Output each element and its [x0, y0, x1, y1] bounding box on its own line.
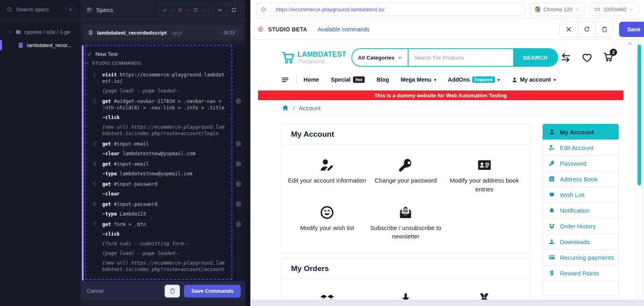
command-row[interactable]: -type Lambda123: [86, 211, 230, 217]
account-menu-item[interactable]: Edit Account: [543, 140, 619, 156]
compare-icon[interactable]: [560, 52, 571, 63]
command-row[interactable]: (new url) https://ecommerce-playground.l…: [86, 260, 230, 273]
save-commands-button[interactable]: Save Commands: [184, 285, 241, 298]
remove-command-button[interactable]: [235, 181, 242, 187]
menu-burger-icon[interactable]: [281, 76, 289, 84]
studio-copy-button[interactable]: [595, 22, 613, 37]
home-icon[interactable]: [282, 104, 289, 111]
wishlist-heart-icon[interactable]: [582, 52, 592, 63]
studio-commands-header[interactable]: STUDIO COMMANDS: [86, 59, 230, 68]
remove-command-button[interactable]: [235, 98, 242, 105]
account-menu-label: Wish List: [560, 191, 584, 198]
account-menu-item[interactable]: Reward Points: [543, 265, 619, 281]
new-spec-button[interactable]: [65, 4, 76, 15]
spec-folder-label: cypress / e2e / 1-ge: [24, 29, 70, 35]
command-number: 4: [86, 161, 102, 167]
command-row[interactable]: 4 get #input-email: [86, 161, 230, 167]
remove-circle-icon: [235, 98, 242, 104]
plus-icon: [68, 7, 73, 12]
account-menu-item[interactable]: Password: [543, 155, 619, 171]
nav-item[interactable]: AddOns Featured▾: [448, 76, 500, 83]
command-row[interactable]: -click: [86, 231, 230, 237]
cart-button[interactable]: 2: [603, 51, 614, 64]
test-title-row[interactable]: New Test: [86, 49, 230, 59]
spec-file-header[interactable]: lambdatest_recordedscript.cy.js 00:23: [84, 25, 242, 40]
command-row[interactable]: -clear lambdatestnew@yopmail.com: [86, 150, 230, 157]
selector-playground-icon[interactable]: [256, 3, 271, 16]
chevron-up-icon[interactable]: [627, 41, 633, 46]
command-name: -type: [102, 171, 117, 177]
category-label: All Categories: [358, 55, 394, 61]
site-viewport: LAMBDATEST Playground All Categories Sea…: [250, 40, 644, 306]
remove-command-button[interactable]: [235, 221, 242, 228]
search-specs-input[interactable]: Search specs: [16, 6, 62, 12]
command-message: lambdatestnew@yopmail.com: [123, 151, 196, 156]
studio-restart-button[interactable]: [578, 22, 595, 37]
account-option[interactable]: Edit your account information: [288, 158, 366, 194]
nav-item[interactable]: Blog: [376, 76, 389, 83]
command-row[interactable]: (page load) --page loaded--: [86, 250, 230, 257]
account-option[interactable]: Modify your wish list: [288, 205, 366, 241]
site-logo[interactable]: LAMBDATEST Playground: [281, 50, 346, 65]
account-menu-item[interactable]: My Account: [543, 124, 619, 140]
account-menu-item[interactable]: Downloads: [543, 234, 619, 250]
product-search-input[interactable]: Search For Products: [409, 55, 513, 61]
command-row[interactable]: 5 get #input-password: [86, 181, 230, 187]
folder-icon: [15, 29, 21, 35]
command-row[interactable]: (page load) --page loaded--: [86, 88, 230, 94]
nav-item[interactable]: My account ▾: [512, 76, 556, 83]
command-row[interactable]: -click: [86, 114, 230, 121]
account-menu-item[interactable]: Notification: [543, 202, 619, 218]
spec-folder-row[interactable]: cypress / e2e / 1-ge: [0, 26, 80, 38]
remove-circle-icon: [235, 181, 242, 187]
search-button[interactable]: SEARCH: [513, 49, 558, 66]
command-row[interactable]: 1 visit https://ecommerce-playground.lam…: [86, 72, 230, 84]
collapse-tests-button[interactable]: [213, 4, 227, 16]
scrollbar-thumb[interactable]: [638, 45, 641, 185]
command-row[interactable]: (form sub) --submitting form--: [86, 240, 230, 247]
category-dropdown[interactable]: All Categories: [352, 55, 408, 61]
remove-command-button[interactable]: [235, 141, 242, 147]
browser-selector[interactable]: Chrome 120: [530, 3, 584, 16]
account-option[interactable]: Change your password: [366, 158, 445, 194]
account-menu-item[interactable]: Address Book: [543, 171, 619, 187]
account-option[interactable]: Modify your address book entries: [445, 158, 524, 194]
nav-item[interactable]: Special Hot: [331, 76, 365, 83]
command-row[interactable]: (new url) https://ecommerce-playground.l…: [86, 124, 230, 137]
viewport-selector[interactable]: 1000x660: [589, 3, 638, 16]
panel-resizer[interactable]: [246, 0, 250, 306]
command-message: form > .btn: [114, 222, 146, 227]
command-row[interactable]: -type lambdatestnew@yopmail.com: [86, 170, 230, 177]
reporter-title: Specs: [96, 6, 113, 13]
command-row[interactable]: 7 get form > .btn: [86, 221, 230, 228]
account-menu-item[interactable]: Order History: [543, 218, 619, 234]
nav-item-label: Special: [331, 76, 351, 83]
command-row[interactable]: 3 get #input-email: [86, 141, 230, 147]
spec-file-row[interactable]: lambdatest_recor...: [0, 38, 80, 52]
nav-item[interactable]: Mega Menu ▾: [401, 76, 436, 83]
account-menu-label: Notification: [560, 207, 590, 214]
command-row[interactable]: 6 get #input-password: [86, 201, 230, 207]
nav-divider: [296, 75, 297, 84]
studio-commands-label: STUDIO COMMANDS: [92, 61, 141, 66]
medal-icon: [549, 270, 555, 276]
nav-item-label: My account: [520, 76, 551, 83]
copy-commands-button[interactable]: [165, 285, 180, 298]
command-row[interactable]: 2 get #widget-navbar-217834 > .navbar-na…: [86, 98, 230, 111]
studio-close-button[interactable]: [560, 22, 578, 37]
page-scrollbar[interactable]: [636, 43, 642, 299]
command-row[interactable]: -clear: [86, 191, 230, 197]
available-commands-link[interactable]: Available commands: [318, 26, 369, 33]
remove-command-button[interactable]: [235, 161, 242, 167]
remove-command-button[interactable]: [235, 201, 242, 207]
bell-icon: [549, 207, 555, 214]
command-number: [86, 260, 102, 273]
studio-save-button[interactable]: Save: [619, 22, 644, 37]
url-bar[interactable]: https://ecommerce-playground.lambdatest.…: [256, 3, 525, 16]
rerun-tests-button[interactable]: [227, 4, 240, 16]
account-option[interactable]: Subscribe / unsubscribe to newsletter: [366, 205, 445, 241]
cancel-button[interactable]: Cancel: [87, 288, 103, 294]
account-menu-item[interactable]: Recurring payments: [543, 249, 619, 265]
nav-item[interactable]: Home: [303, 76, 319, 83]
account-menu-item[interactable]: Wish List: [543, 187, 619, 203]
